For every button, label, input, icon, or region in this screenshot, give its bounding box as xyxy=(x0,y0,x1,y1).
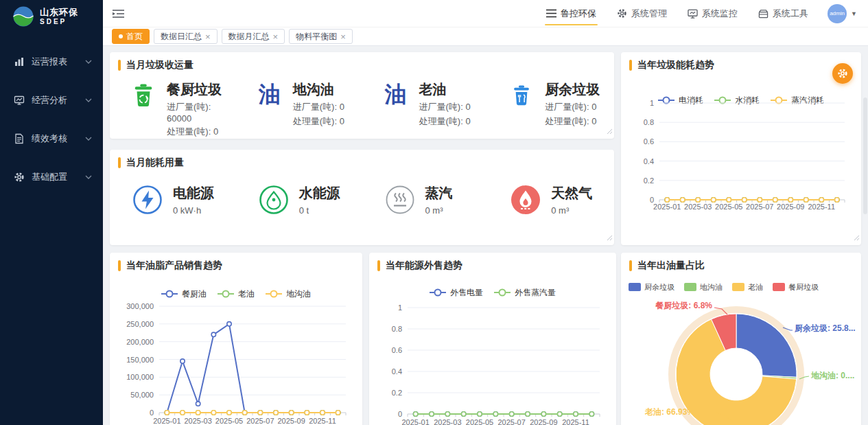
svg-text:300,000: 300,000 xyxy=(126,302,154,310)
stat-name: 厨余垃圾 xyxy=(545,80,600,99)
card-resize-handle[interactable] xyxy=(853,231,859,243)
trash-utensils-icon xyxy=(507,80,536,138)
svg-text:2025-05: 2025-05 xyxy=(466,418,493,425)
chart-settings-button[interactable] xyxy=(832,63,853,84)
stat-value: 0 m³ xyxy=(425,205,453,216)
stat-food-waste: 厨余垃圾 进厂量(吨): 0 处理量(吨): 0 xyxy=(488,80,614,138)
top-nav-system-monitor[interactable]: 系统监控 xyxy=(686,1,739,27)
svg-text:1: 1 xyxy=(398,303,402,312)
stat-steam: 蒸汽 0 m³ xyxy=(362,184,489,216)
tab-close-icon[interactable]: × xyxy=(340,32,346,41)
oil-ratio-donut-chart: 厨余垃圾地沟油老油餐厨垃圾厨余垃圾: 25.8...地沟油: 0....老油: … xyxy=(624,275,858,425)
gear-icon xyxy=(837,68,848,79)
tab-home[interactable]: 首页 xyxy=(112,29,150,44)
svg-text:外售蒸汽量: 外售蒸汽量 xyxy=(515,288,556,297)
stat-value: 0 m³ xyxy=(551,205,592,216)
avatar[interactable]: admin xyxy=(828,4,847,23)
tab-daily-summary[interactable]: 数据日汇总 × xyxy=(154,29,218,44)
card-energy-usage: 当月能耗用量 电能源 0 kW·h xyxy=(110,150,614,245)
svg-text:250,000: 250,000 xyxy=(126,320,154,328)
svg-text:老油: 老油 xyxy=(238,289,255,299)
stat-processed: 处理量(吨): 0 xyxy=(545,115,600,128)
steam-icon xyxy=(384,184,416,216)
stat-intake: 进厂量(吨): 0 xyxy=(419,101,471,113)
sidebar-item-business-analysis[interactable]: 经营分析 xyxy=(0,81,103,119)
logo-title: 山东环保 xyxy=(40,8,78,17)
top-nav-label: 系统工具 xyxy=(773,8,808,20)
stat-old-oil: 油 老油 进厂量(吨): 0 处理量(吨): 0 xyxy=(362,80,489,138)
stat-natural-gas: 天然气 0 m³ xyxy=(488,184,614,216)
card-oil-ratio-chart: 当年出油量占比 厨余垃圾地沟油老油餐厨垃圾厨余垃圾: 25.8...地沟油: 0… xyxy=(621,253,861,425)
card-title: 当年垃圾能耗趋势 xyxy=(621,52,861,71)
active-tab-dot-icon xyxy=(119,34,123,38)
stat-processed: 处理量(吨): 0 xyxy=(419,115,471,128)
svg-text:水消耗: 水消耗 xyxy=(735,95,760,105)
sidebar-collapse-button[interactable] xyxy=(113,9,124,19)
sidebar-item-label: 运营报表 xyxy=(32,56,85,68)
svg-text:老油: 66.93%: 老油: 66.93% xyxy=(644,407,694,417)
svg-text:50,000: 50,000 xyxy=(130,391,154,399)
stat-text: 老油 进厂量(吨): 0 处理量(吨): 0 xyxy=(419,80,471,138)
tab-monthly-summary[interactable]: 数据月汇总 × xyxy=(222,29,285,44)
list-icon xyxy=(546,9,556,18)
sidebar-item-performance-review[interactable]: 绩效考核 xyxy=(0,119,103,158)
svg-text:地沟油: 地沟油 xyxy=(286,289,311,299)
svg-text:厨余垃圾: 25.8...: 厨余垃圾: 25.8... xyxy=(794,323,856,333)
analysis-monitor-icon xyxy=(14,95,25,106)
title-accent-bar xyxy=(118,157,121,168)
top-header: 鲁控环保 系统管理 系统监控 xyxy=(103,0,868,27)
card-resize-handle[interactable] xyxy=(606,124,612,137)
tab-label: 数据月汇总 xyxy=(228,31,270,43)
tab-bar: 首页 数据日汇总 × 数据月汇总 × 物料平衡图 × xyxy=(103,27,868,46)
stat-name: 水能源 xyxy=(299,184,340,203)
card-title: 当月垃圾收运量 xyxy=(110,52,614,71)
card-title-text: 当年能源外售趋势 xyxy=(386,260,462,272)
stat-intake: 进厂量(吨): 0 xyxy=(293,101,344,113)
sidebar-item-base-config[interactable]: 基础配置 xyxy=(0,158,103,196)
svg-text:200,000: 200,000 xyxy=(126,338,154,346)
top-nav-lukong[interactable]: 鲁控环保 xyxy=(545,1,598,27)
svg-text:2025-07: 2025-07 xyxy=(746,203,773,211)
svg-text:外售电量: 外售电量 xyxy=(450,288,483,297)
stat-intake: 进厂量(吨): 60000 xyxy=(167,101,236,124)
svg-text:2025-05: 2025-05 xyxy=(215,417,243,425)
svg-text:2025-07: 2025-07 xyxy=(497,418,525,425)
stat-processed: 处理量(吨): 0 xyxy=(293,115,344,128)
stat-processed: 处理量(吨): 0 xyxy=(167,126,236,138)
chevron-down-icon xyxy=(85,98,92,102)
card-title-text: 当年油脂产品销售趋势 xyxy=(126,260,222,272)
stat-electricity: 电能源 0 kW·h xyxy=(110,184,236,216)
content-scrollbar[interactable] xyxy=(863,97,867,269)
scrollbar-thumb[interactable] xyxy=(863,97,867,214)
stat-text: 厨余垃圾 进厂量(吨): 0 处理量(吨): 0 xyxy=(545,80,600,138)
sidebar-item-label: 绩效考核 xyxy=(32,133,85,145)
sidebar-item-operation-reports[interactable]: 运营报表 xyxy=(0,43,103,81)
dashboard-page: 山东环保 SDEP 运营报表 经营分析 xyxy=(0,0,868,425)
stat-text: 餐厨垃圾 进厂量(吨): 60000 处理量(吨): 0 xyxy=(167,80,236,138)
tab-close-icon[interactable]: × xyxy=(205,32,211,41)
document-icon xyxy=(14,133,25,144)
svg-text:0.4: 0.4 xyxy=(392,367,402,376)
svg-text:蒸汽消耗: 蒸汽消耗 xyxy=(791,95,824,105)
top-nav: 鲁控环保 系统管理 系统监控 xyxy=(545,1,868,27)
svg-text:2025-03: 2025-03 xyxy=(684,203,712,211)
top-nav-system-tools[interactable]: 系统工具 xyxy=(757,1,810,27)
energy-sale-line-chart: 外售电量外售蒸汽量00.20.40.60.812025-012025-03202… xyxy=(376,275,609,425)
svg-text:0.6: 0.6 xyxy=(392,346,402,354)
svg-text:2025-09: 2025-09 xyxy=(530,418,557,425)
tab-close-icon[interactable]: × xyxy=(273,32,279,41)
app-logo[interactable]: 山东环保 SDEP xyxy=(0,0,103,33)
flame-icon xyxy=(510,184,541,216)
title-accent-bar xyxy=(377,260,380,271)
stat-text: 水能源 0 t xyxy=(299,184,340,216)
stat-kitchen-waste: 餐厨垃圾 进厂量(吨): 60000 处理量(吨): 0 xyxy=(110,80,236,138)
card-title: 当年油脂产品销售趋势 xyxy=(110,253,362,272)
tab-material-balance[interactable]: 物料平衡图 × xyxy=(289,29,353,44)
card-oil-sales-chart: 当年油脂产品销售趋势 餐厨油老油地沟油050,000100,000150,000… xyxy=(110,253,362,425)
svg-text:0.2: 0.2 xyxy=(644,176,654,185)
user-menu[interactable]: admin ▼ xyxy=(828,4,857,23)
svg-text:0.4: 0.4 xyxy=(644,157,654,165)
card-resize-handle[interactable] xyxy=(606,231,612,243)
top-nav-system-manage[interactable]: 系统管理 xyxy=(615,1,668,27)
toolbox-icon xyxy=(758,9,769,19)
